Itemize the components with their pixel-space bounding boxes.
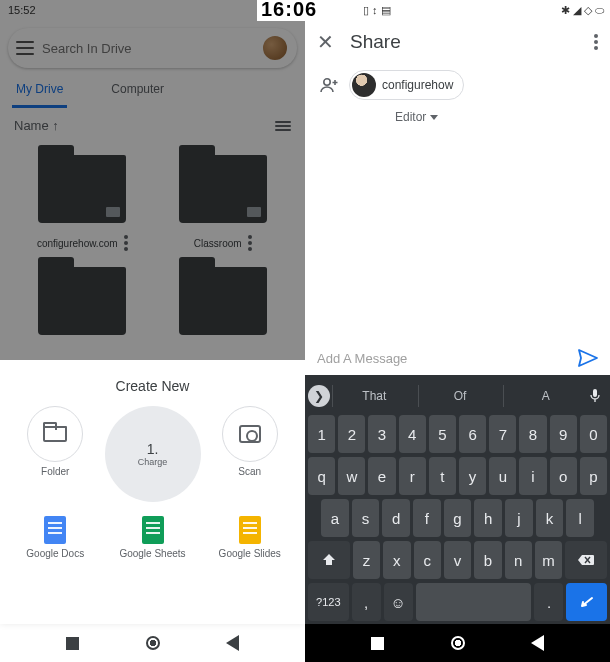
tab-my-drive[interactable]: My Drive: [12, 76, 67, 108]
shared-icon: [106, 207, 120, 217]
key-j[interactable]: j: [505, 499, 533, 537]
nav-recent-icon[interactable]: [66, 637, 79, 650]
key-q[interactable]: q: [308, 457, 335, 495]
create-scan-button[interactable]: Scan: [203, 402, 298, 506]
nav-home-icon[interactable]: [451, 636, 465, 650]
mic-icon[interactable]: [589, 388, 607, 404]
nav-bar-left: [0, 624, 305, 662]
person-chip[interactable]: configurehow: [349, 70, 464, 100]
more-icon[interactable]: [124, 235, 128, 251]
search-bar[interactable]: Search In Drive: [8, 28, 297, 68]
create-slides-button[interactable]: Google Slides: [203, 512, 298, 563]
folder-name: Classroom: [194, 238, 242, 249]
key-c[interactable]: c: [414, 541, 441, 579]
key-7[interactable]: 7: [489, 415, 516, 453]
menu-icon[interactable]: [16, 41, 34, 55]
period-key[interactable]: .: [534, 583, 563, 621]
key-s[interactable]: s: [352, 499, 380, 537]
key-y[interactable]: y: [459, 457, 486, 495]
key-8[interactable]: 8: [519, 415, 546, 453]
docs-icon: [44, 516, 66, 544]
key-6[interactable]: 6: [459, 415, 486, 453]
key-i[interactable]: i: [519, 457, 546, 495]
more-icon[interactable]: [594, 34, 598, 50]
key-2[interactable]: 2: [338, 415, 365, 453]
status-clock: 16:06: [257, 0, 321, 21]
chevron-down-icon: [430, 115, 438, 120]
space-key[interactable]: [416, 583, 532, 621]
numeric-key[interactable]: ?123: [308, 583, 349, 621]
slides-icon: [239, 516, 261, 544]
folder-item[interactable]: configurehow.com: [12, 147, 153, 259]
tab-computer[interactable]: Computer: [107, 76, 168, 108]
layout-toggle-icon[interactable]: [275, 121, 291, 131]
comma-key[interactable]: ,: [352, 583, 381, 621]
key-4[interactable]: 4: [399, 415, 426, 453]
key-3[interactable]: 3: [368, 415, 395, 453]
create-upload-button[interactable]: 1. Charge: [103, 402, 203, 506]
share-title: Share: [350, 31, 578, 53]
share-people-row: configurehow: [305, 64, 610, 106]
key-k[interactable]: k: [536, 499, 564, 537]
nav-back-icon[interactable]: [226, 635, 239, 651]
suggestion[interactable]: A: [503, 385, 587, 407]
folder-name: configurehow.com: [37, 238, 118, 249]
svg-point-0: [324, 79, 330, 85]
key-l[interactable]: l: [566, 499, 594, 537]
sheet-title: Create New: [116, 378, 190, 394]
send-icon[interactable]: [578, 349, 598, 367]
key-v[interactable]: v: [444, 541, 471, 579]
nav-back-icon[interactable]: [531, 635, 544, 651]
key-d[interactable]: d: [382, 499, 410, 537]
suggestion[interactable]: That: [332, 385, 416, 407]
close-icon[interactable]: ✕: [317, 30, 334, 54]
key-u[interactable]: u: [489, 457, 516, 495]
create-folder-button[interactable]: Folder: [8, 402, 103, 506]
folder-item[interactable]: Classroom: [153, 147, 294, 259]
status-time: 15:52: [8, 4, 36, 16]
key-f[interactable]: f: [413, 499, 441, 537]
enter-key[interactable]: [566, 583, 607, 621]
key-h[interactable]: h: [474, 499, 502, 537]
key-b[interactable]: b: [474, 541, 501, 579]
key-t[interactable]: t: [429, 457, 456, 495]
message-row: Add A Message: [305, 340, 610, 375]
key-g[interactable]: g: [444, 499, 472, 537]
key-0[interactable]: 0: [580, 415, 607, 453]
create-new-sheet: Create New Folder 1. Charge Scan Google …: [0, 360, 305, 624]
key-o[interactable]: o: [550, 457, 577, 495]
more-icon[interactable]: [248, 235, 252, 251]
key-5[interactable]: 5: [429, 415, 456, 453]
emoji-key[interactable]: ☺: [384, 583, 413, 621]
key-w[interactable]: w: [338, 457, 365, 495]
search-placeholder: Search In Drive: [42, 41, 253, 56]
key-9[interactable]: 9: [550, 415, 577, 453]
sheets-icon: [142, 516, 164, 544]
message-input[interactable]: Add A Message: [317, 351, 570, 366]
key-p[interactable]: p: [580, 457, 607, 495]
key-a[interactable]: a: [321, 499, 349, 537]
folder-icon: [179, 155, 267, 223]
folder-item[interactable]: [12, 259, 153, 355]
suggestion[interactable]: Of: [418, 385, 502, 407]
key-e[interactable]: e: [368, 457, 395, 495]
key-1[interactable]: 1: [308, 415, 335, 453]
key-z[interactable]: z: [353, 541, 380, 579]
sort-row[interactable]: Name ↑: [0, 108, 305, 143]
key-n[interactable]: n: [505, 541, 532, 579]
suggestion-expand-icon[interactable]: ❯: [308, 385, 330, 407]
camera-icon: [239, 425, 261, 443]
role-dropdown[interactable]: Editor: [305, 106, 610, 132]
person-add-icon[interactable]: [319, 77, 339, 93]
shift-key[interactable]: [308, 541, 350, 579]
account-avatar[interactable]: [261, 34, 289, 62]
create-docs-button[interactable]: Google Docs: [8, 512, 103, 563]
key-r[interactable]: r: [399, 457, 426, 495]
create-sheets-button[interactable]: Google Sheets: [103, 512, 203, 563]
nav-recent-icon[interactable]: [371, 637, 384, 650]
key-x[interactable]: x: [383, 541, 410, 579]
backspace-key[interactable]: [565, 541, 607, 579]
nav-home-icon[interactable]: [146, 636, 160, 650]
key-m[interactable]: m: [535, 541, 562, 579]
folder-item[interactable]: [153, 259, 294, 355]
